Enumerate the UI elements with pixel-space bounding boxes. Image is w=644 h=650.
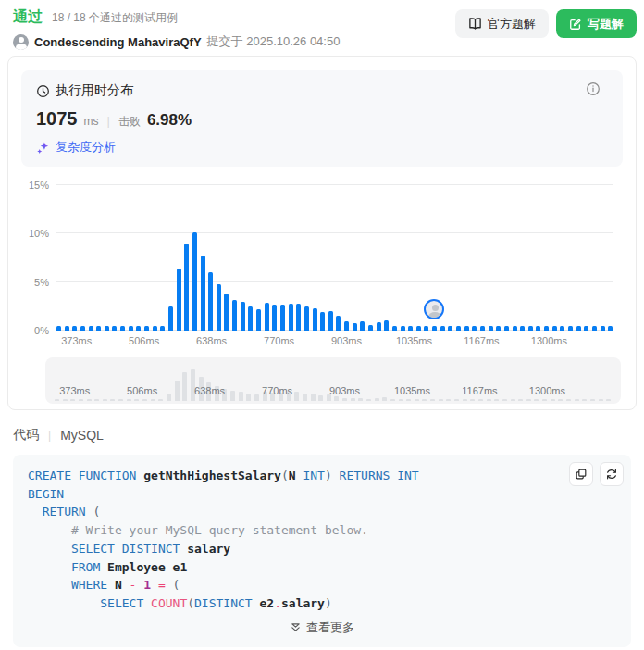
runtime-value: 1075 (36, 108, 78, 130)
histogram-bar[interactable] (296, 304, 301, 331)
user-avatar (13, 34, 29, 50)
minimap-bar (558, 399, 563, 401)
histogram-bar[interactable] (184, 244, 189, 331)
minimap-bar (415, 399, 419, 401)
username[interactable]: Condescending MahaviraQfY (34, 35, 202, 49)
minimap-bar (606, 399, 611, 401)
minimap-bar (79, 399, 83, 401)
x-axis-labels: 373ms506ms638ms770ms903ms1035ms1167ms130… (56, 331, 613, 349)
minimap-bar (551, 399, 555, 401)
histogram-bar[interactable] (289, 304, 293, 331)
compare-code-button[interactable] (600, 462, 624, 486)
minimap-bar (87, 399, 92, 401)
minimap-bar (199, 377, 204, 401)
complexity-analysis-link[interactable]: 复杂度分析 (36, 139, 116, 156)
histogram-bar[interactable] (217, 284, 221, 331)
submitted-time: 提交于 2025.10.26 04:50 (207, 33, 341, 50)
histogram-bar[interactable] (232, 300, 237, 331)
minimap-bar (246, 394, 251, 402)
minimap-bar (511, 399, 515, 401)
minimap-bar (439, 399, 443, 401)
minimap-bar (134, 399, 139, 401)
histogram-bar[interactable] (177, 269, 181, 331)
runtime-distribution-chart[interactable]: 0%5%10%15% 373ms506ms638ms770ms903ms1035… (21, 185, 613, 349)
code-line: # Write your MySQL query statement below… (28, 521, 616, 540)
minimap-bar (158, 399, 163, 401)
histogram-bar[interactable] (168, 306, 173, 331)
histogram-minimap-brush[interactable]: 373ms506ms638ms770ms903ms1035ms1167ms130… (45, 357, 621, 404)
user-submission-marker[interactable] (424, 299, 444, 319)
minimap-bar (399, 399, 403, 401)
view-more-button[interactable]: 查看更多 (28, 619, 616, 641)
code-line: FROM Employee e1 (28, 558, 616, 577)
histogram-bar[interactable] (265, 303, 269, 331)
histogram-bar[interactable] (192, 232, 197, 331)
minimap-bar (55, 399, 59, 401)
histogram-bar[interactable] (272, 305, 277, 331)
code-line: CREATE FUNCTION getNthHighestSalary(N IN… (28, 467, 616, 485)
minimap-bar (487, 399, 491, 401)
histogram-bar[interactable] (241, 302, 245, 331)
minimap-bar (366, 399, 371, 401)
minimap-bar (175, 381, 180, 401)
minimap-bar (279, 393, 283, 401)
minimap-bar (526, 399, 531, 401)
submission-header: 通过 18 / 18 个通过的测试用例 Condescending Mahavi… (0, 0, 644, 50)
histogram-bar[interactable] (344, 321, 349, 331)
code-line: WHERE N - 1 = ( (28, 576, 616, 594)
histogram-bar[interactable] (320, 312, 325, 331)
minimap-bar (327, 394, 331, 401)
histogram-plot[interactable]: 0%5%10%15% (56, 185, 613, 331)
histogram-bar[interactable] (328, 311, 333, 331)
minimap-bar (303, 394, 307, 402)
minimap-bar (599, 399, 603, 401)
histogram-bar[interactable] (313, 308, 317, 331)
histogram-bar[interactable] (256, 309, 261, 331)
minimap-bar (206, 382, 211, 401)
minimap-bar (110, 399, 115, 401)
minimap-bar (94, 399, 99, 401)
minimap-bars (55, 357, 612, 401)
x-tick-label: 903ms (331, 335, 362, 346)
histogram-bar[interactable] (384, 320, 389, 331)
write-solution-label: 写题解 (588, 16, 624, 32)
histogram-bar[interactable] (224, 294, 229, 331)
histogram-bar[interactable] (208, 272, 213, 331)
copy-code-button[interactable] (569, 462, 593, 486)
runtime-unit: ms (84, 115, 99, 128)
histogram-bar[interactable] (304, 306, 309, 331)
histogram-bar[interactable] (353, 323, 357, 331)
minimap-bar (463, 399, 467, 401)
minimap-bar (222, 389, 227, 401)
x-tick-label: 770ms (264, 335, 294, 346)
double-chevron-down-icon (290, 621, 302, 633)
histogram-bar[interactable] (377, 322, 381, 331)
histogram-bar[interactable] (280, 305, 285, 331)
minimap-bar (142, 399, 147, 401)
copy-icon (575, 468, 588, 481)
x-tick-label: 1035ms (396, 335, 432, 346)
beats-value: 6.98% (147, 111, 192, 130)
code-block[interactable]: CREATE FUNCTION getNthHighestSalary(N IN… (13, 455, 631, 647)
write-solution-button[interactable]: 写题解 (556, 9, 637, 38)
official-solution-button[interactable]: 官方题解 (455, 9, 549, 38)
info-icon[interactable] (586, 81, 601, 96)
x-tick-label: 638ms (196, 335, 227, 346)
histogram-bar[interactable] (201, 256, 205, 331)
minimap-bar (70, 399, 75, 401)
code-section-header: 代码 | MySQL (13, 427, 631, 444)
histogram-bar[interactable] (360, 321, 365, 331)
divider: | (105, 114, 112, 128)
minimap-bar (167, 394, 171, 402)
minimap-bar (103, 399, 107, 401)
submission-result-page: 通过 18 / 18 个通过的测试用例 Condescending Mahavi… (0, 0, 644, 650)
x-tick-label: 1300ms (531, 335, 567, 346)
code-line: SELECT COUNT(DISTINCT e2.salary) (28, 594, 616, 613)
minimap-bar (470, 399, 475, 401)
histogram-bar[interactable] (248, 306, 253, 331)
minimap-bar (127, 399, 131, 401)
minimap-bar (311, 394, 316, 401)
clock-icon (36, 84, 50, 98)
histogram-bar[interactable] (336, 316, 341, 331)
minimap-bar (254, 394, 259, 401)
